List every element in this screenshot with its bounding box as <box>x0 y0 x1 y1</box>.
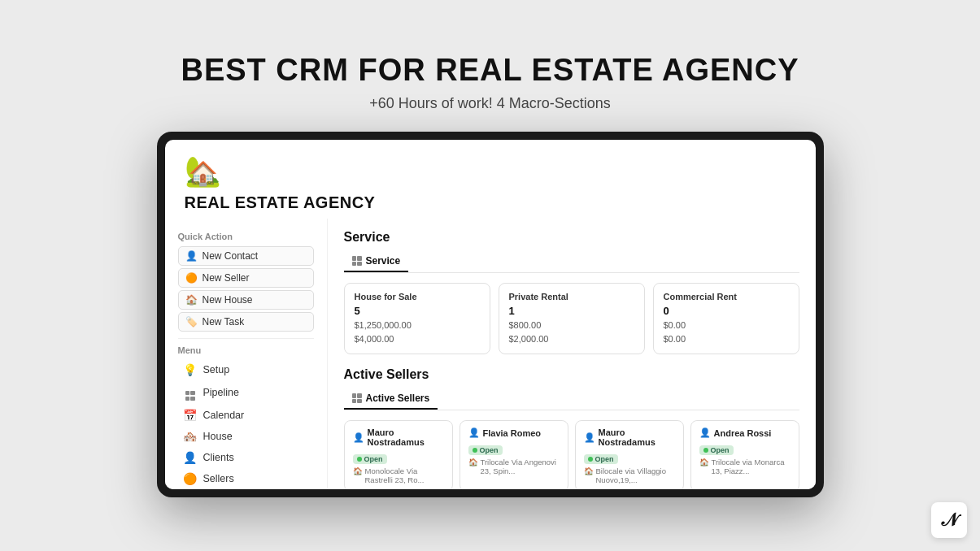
commercial-rent-value2: $0.00 <box>664 332 789 346</box>
new-house-button[interactable]: 🏠 New House <box>178 290 314 310</box>
new-contact-button[interactable]: 👤 New Contact <box>178 246 314 266</box>
calendar-icon: 📅 <box>183 409 198 422</box>
seller-card-0: 👤 Mauro Nostradamus Open 🏠 <box>344 420 453 489</box>
sidebar: Quick Action 👤 New Contact 🟠 New Seller … <box>165 219 328 489</box>
private-rental-count: 1 <box>509 305 634 317</box>
seller-person-icon-3: 👤 <box>699 427 711 438</box>
sidebar-item-sellers[interactable]: 🟠 Sellers <box>178 469 314 488</box>
commercial-rent-card: Commercial Rent 0 $0.00 $0.00 <box>653 283 799 354</box>
sidebar-item-pipeline[interactable]: Pipeline <box>178 381 314 404</box>
new-task-label: New Task <box>203 316 245 328</box>
seller-address-3: 🏠 Trilocale via Monarca 13, Piazz... <box>699 458 791 475</box>
service-tab-label: Service <box>366 255 401 267</box>
sidebar-item-setup[interactable]: 💡 Setup <box>178 360 314 380</box>
service-section-title: Service <box>344 230 799 245</box>
sidebar-divider <box>178 338 314 339</box>
address-icon-1: 🏠 <box>468 458 478 466</box>
page-background: BEST CRM FOR REAL ESTATE AGENCY +60 Hour… <box>0 0 980 551</box>
house-for-sale-count: 5 <box>355 305 480 317</box>
seller-name-0: 👤 Mauro Nostradamus <box>353 427 444 447</box>
seller-name-3: 👤 Andrea Rossi <box>699 427 791 438</box>
seller-status-3: Open <box>699 445 734 455</box>
notion-header: 🏡 REAL ESTATE AGENCY <box>165 140 816 219</box>
address-icon-3: 🏠 <box>699 458 709 466</box>
seller-name-2: 👤 Mauro Nostradamus <box>584 427 675 447</box>
status-dot-3 <box>703 448 708 453</box>
private-rental-card: Private Rental 1 $800.00 $2,000.00 <box>499 283 645 354</box>
sellers-section-title: Active Sellers <box>344 367 799 382</box>
clients-icon: 👤 <box>183 451 198 464</box>
header-section: BEST CRM FOR REAL ESTATE AGENCY +60 Hour… <box>181 54 799 113</box>
private-rental-title: Private Rental <box>509 292 634 302</box>
new-seller-label: New Seller <box>203 272 250 284</box>
service-tab-bar: Service <box>344 251 799 273</box>
sidebar-item-house[interactable]: 🏘️ House <box>178 427 314 446</box>
commercial-rent-title: Commercial Rent <box>664 292 789 302</box>
notion-logo-icon: 𝒩 <box>942 510 956 531</box>
seller-status-2: Open <box>584 454 618 464</box>
seller-person-icon-1: 👤 <box>468 427 480 438</box>
house-for-sale-title: House for Sale <box>355 292 480 302</box>
seller-status-1: Open <box>468 445 503 455</box>
new-task-button[interactable]: 🏷️ New Task <box>178 312 314 332</box>
seller-person-icon-2: 👤 <box>584 432 595 443</box>
new-house-label: New House <box>203 294 253 306</box>
page-emoji: 🏡 <box>185 154 796 189</box>
seller-cards-row: 👤 Mauro Nostradamus Open 🏠 <box>344 420 799 489</box>
sellers-icon: 🟠 <box>183 472 198 485</box>
status-dot-2 <box>588 457 593 462</box>
sidebar-item-calendar[interactable]: 📅 Calendar <box>178 406 314 425</box>
seller-address-1: 🏠 Trilocale Via Angenovi 23, Spin... <box>468 458 560 475</box>
seller-card-1: 👤 Flavia Romeo Open 🏠 <box>460 420 568 489</box>
status-dot-1 <box>473 448 477 453</box>
subtitle: +60 Hours of work! 4 Macro-Sections <box>181 95 799 112</box>
seller-icon: 🟠 <box>185 272 198 284</box>
setup-icon: 💡 <box>183 363 198 376</box>
clients-label: Clients <box>203 452 234 463</box>
status-dot-0 <box>357 457 362 462</box>
address-icon-2: 🏠 <box>584 466 594 475</box>
device-screen: 🏡 REAL ESTATE AGENCY Quick Action 👤 New … <box>165 140 816 489</box>
main-title: BEST CRM FOR REAL ESTATE AGENCY <box>181 54 799 88</box>
seller-status-0: Open <box>353 454 387 464</box>
private-rental-value2: $2,000.00 <box>509 332 634 346</box>
quick-action-label: Quick Action <box>178 232 314 241</box>
notion-content: 🏡 REAL ESTATE AGENCY Quick Action 👤 New … <box>165 140 816 489</box>
device-frame: 🏡 REAL ESTATE AGENCY Quick Action 👤 New … <box>157 132 824 497</box>
main-content: Service Service House for Sale 5 <box>328 219 816 489</box>
contact-icon: 👤 <box>185 250 198 262</box>
sellers-label: Sellers <box>203 473 234 484</box>
address-icon-0: 🏠 <box>353 466 363 475</box>
commercial-rent-value1: $0.00 <box>664 319 789 332</box>
seller-name-1: 👤 Flavia Romeo <box>468 427 560 438</box>
seller-address-0: 🏠 Monolocale Via Rastrelli 23, Ro... <box>353 466 444 484</box>
sidebar-item-clients[interactable]: 👤 Clients <box>178 448 314 467</box>
house-for-sale-card: House for Sale 5 $1,250,000.00 $4,000.00 <box>344 283 490 354</box>
pipeline-icon <box>183 384 198 401</box>
house-label: House <box>203 431 233 442</box>
pipeline-label: Pipeline <box>203 387 239 398</box>
seller-address-2: 🏠 Bilocale via Villaggio Nuovo,19,... <box>584 466 675 484</box>
task-icon: 🏷️ <box>185 316 198 328</box>
seller-card-3: 👤 Andrea Rossi Open 🏠 <box>690 420 799 489</box>
service-cards-row: House for Sale 5 $1,250,000.00 $4,000.00… <box>344 283 799 354</box>
sellers-section: Active Sellers Active Sellers <box>344 367 799 489</box>
house-icon: 🏠 <box>185 294 198 306</box>
new-seller-button[interactable]: 🟠 New Seller <box>178 268 314 288</box>
setup-label: Setup <box>203 364 230 375</box>
house-menu-icon: 🏘️ <box>183 430 198 443</box>
house-for-sale-value1: $1,250,000.00 <box>355 319 480 332</box>
house-for-sale-value2: $4,000.00 <box>355 332 480 346</box>
service-tab[interactable]: Service <box>344 251 409 272</box>
notion-body: Quick Action 👤 New Contact 🟠 New Seller … <box>165 219 816 489</box>
menu-label: Menu <box>178 345 314 355</box>
seller-person-icon-0: 👤 <box>353 432 364 443</box>
new-contact-label: New Contact <box>203 250 259 262</box>
notion-logo-badge: 𝒩 <box>931 502 967 538</box>
page-title: REAL ESTATE AGENCY <box>185 193 796 212</box>
active-sellers-tab[interactable]: Active Sellers <box>344 388 438 410</box>
sellers-tab-bar: Active Sellers <box>344 388 799 410</box>
calendar-label: Calendar <box>203 410 245 421</box>
active-sellers-tab-label: Active Sellers <box>366 393 430 404</box>
commercial-rent-count: 0 <box>664 305 789 317</box>
